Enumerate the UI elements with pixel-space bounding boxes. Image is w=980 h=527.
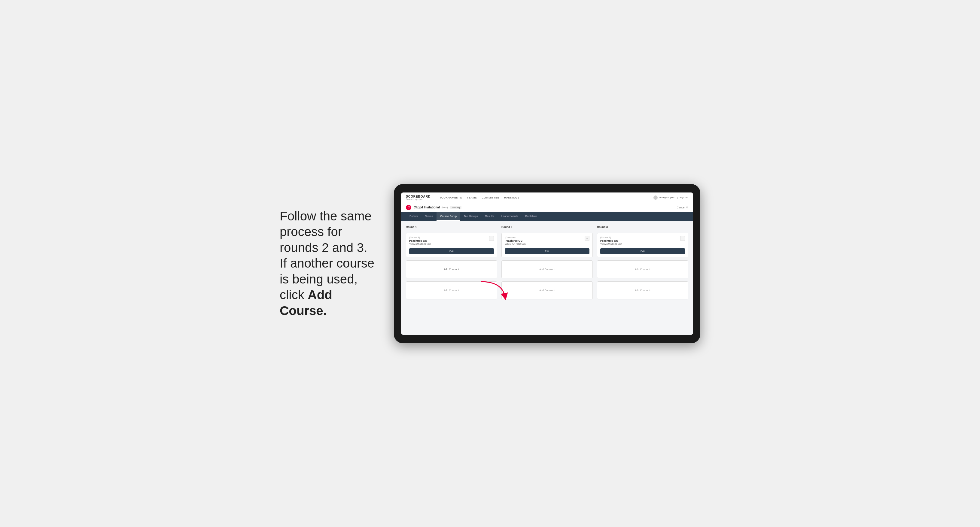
round-1-course-label: (Course A) [409, 236, 431, 239]
round-3-column: Round 3 (Course A) Peachtree GC Yellow (… [597, 225, 688, 299]
app-logo: C [406, 205, 411, 210]
tablet-screen: SCOREBOARD Powered by clippd TOURNAMENTS… [401, 192, 693, 335]
tab-leaderboards[interactable]: Leaderboards [498, 212, 522, 221]
instruction-line6: click Add Course. [280, 288, 332, 318]
round-2-course-name: Peachtree GC [505, 239, 527, 242]
round-3-course-card: (Course A) Peachtree GC Yellow (M) (6629… [597, 233, 688, 257]
round-1-course-details: Yellow (M) (6629 yds) [409, 243, 431, 245]
tab-bar: Details Teams Course Setup Tee Groups Re… [401, 212, 693, 221]
tournament-name: Clippd Invitational [414, 206, 440, 209]
round-2-course-details: Yellow (M) (6629 yds) [505, 243, 527, 245]
round-2-course-label: (Course A) [505, 236, 527, 239]
round-3-remove-button[interactable]: ○ [680, 236, 685, 241]
round-2-add-course-2[interactable]: Add Course + [501, 281, 593, 299]
tablet-device: SCOREBOARD Powered by clippd TOURNAMENTS… [394, 184, 700, 343]
round-1-add-course-label-1: Add Course + [444, 268, 459, 271]
nav-right: blair@clippd.io | Sign out [654, 195, 688, 200]
round-1-remove-button[interactable]: ○ [489, 236, 494, 241]
round-3-add-course-1[interactable]: Add Course + [597, 260, 688, 278]
round-1-edit-button[interactable]: Edit [409, 248, 494, 254]
hosting-badge: Hosting [450, 206, 461, 209]
tab-teams[interactable]: Teams [422, 212, 437, 221]
round-1-title: Round 1 [406, 225, 497, 229]
tab-details[interactable]: Details [406, 212, 422, 221]
round-3-card-header: (Course A) Peachtree GC Yellow (M) (6629… [600, 236, 685, 248]
instruction-line3: rounds 2 and 3. [280, 241, 368, 255]
brand-logo: SCOREBOARD Powered by clippd [406, 195, 431, 200]
tablet-frame: SCOREBOARD Powered by clippd TOURNAMENTS… [394, 184, 700, 343]
sign-out-link[interactable]: Sign out [679, 196, 688, 199]
separator: | [677, 196, 678, 199]
instruction-line1: Follow the same [280, 209, 372, 223]
instruction-line5: is being used, [280, 272, 358, 286]
round-2-course-info: (Course A) Peachtree GC Yellow (M) (6629… [505, 236, 527, 248]
tab-tee-groups[interactable]: Tee Groups [460, 212, 482, 221]
round-1-card-header: (Course A) Peachtree GC Yellow (M) (6629… [409, 236, 494, 248]
round-2-add-course-label-2: Add Course + [539, 289, 555, 292]
instruction-line2: process for [280, 225, 342, 239]
round-2-add-course-1[interactable]: Add Course + [501, 260, 593, 278]
user-avatar [654, 195, 658, 200]
cancel-button[interactable]: Cancel ✕ [676, 206, 688, 209]
user-email: blair@clippd.io [659, 196, 675, 199]
tab-results[interactable]: Results [482, 212, 498, 221]
top-nav: SCOREBOARD Powered by clippd TOURNAMENTS… [401, 192, 693, 203]
nav-rankings[interactable]: RANKINGS [504, 195, 519, 200]
round-3-edit-button[interactable]: Edit [600, 248, 685, 254]
round-1-course-info: (Course A) Peachtree GC Yellow (M) (6629… [409, 236, 431, 248]
main-content: Round 1 (Course A) Peachtree GC Yellow (… [401, 221, 693, 335]
round-1-add-course-1[interactable]: Add Course + [406, 260, 497, 278]
round-2-add-course-label-1: Add Course + [539, 268, 555, 271]
nav-teams[interactable]: TEAMS [467, 195, 477, 200]
rounds-grid: Round 1 (Course A) Peachtree GC Yellow (… [406, 225, 688, 299]
powered-by: Powered by clippd [406, 198, 431, 200]
round-2-card-header: (Course A) Peachtree GC Yellow (M) (6629… [505, 236, 589, 248]
round-1-add-course-2[interactable]: Add Course + [406, 281, 497, 299]
round-1-course-name: Peachtree GC [409, 239, 431, 242]
round-3-course-name: Peachtree GC [600, 239, 622, 242]
tab-printables[interactable]: Printables [522, 212, 541, 221]
round-2-column: Round 2 (Course A) Peachtree GC Yellow (… [501, 225, 593, 299]
round-3-course-info: (Course A) Peachtree GC Yellow (M) (6629… [600, 236, 622, 248]
round-1-column: Round 1 (Course A) Peachtree GC Yellow (… [406, 225, 497, 299]
round-3-course-details: Yellow (M) (6629 yds) [600, 243, 622, 245]
round-1-course-card: (Course A) Peachtree GC Yellow (M) (6629… [406, 233, 497, 257]
round-3-add-course-label-2: Add Course + [635, 289, 651, 292]
round-3-add-course-2[interactable]: Add Course + [597, 281, 688, 299]
tab-course-setup[interactable]: Course Setup [436, 212, 460, 221]
nav-committee[interactable]: COMMITTEE [482, 195, 500, 200]
sub-header: C Clippd Invitational (Men) Hosting Canc… [401, 203, 693, 212]
nav-links: TOURNAMENTS TEAMS COMMITTEE RANKINGS [439, 195, 648, 200]
round-2-remove-button[interactable]: ○ [585, 236, 589, 241]
brand-name: SCOREBOARD [406, 195, 431, 198]
instruction-line4: If another course [280, 256, 374, 270]
round-1-add-course-label-2: Add Course + [444, 289, 459, 292]
tournament-gender-badge: (Men) [442, 206, 448, 209]
round-3-add-course-label-1: Add Course + [635, 268, 651, 271]
round-3-course-label: (Course A) [600, 236, 622, 239]
round-3-title: Round 3 [597, 225, 688, 229]
round-2-edit-button[interactable]: Edit [505, 248, 589, 254]
round-2-title: Round 2 [501, 225, 593, 229]
nav-tournaments[interactable]: TOURNAMENTS [439, 195, 462, 200]
instruction-panel: Follow the same process for rounds 2 and… [280, 208, 382, 319]
round-2-course-card: (Course A) Peachtree GC Yellow (M) (6629… [501, 233, 593, 257]
